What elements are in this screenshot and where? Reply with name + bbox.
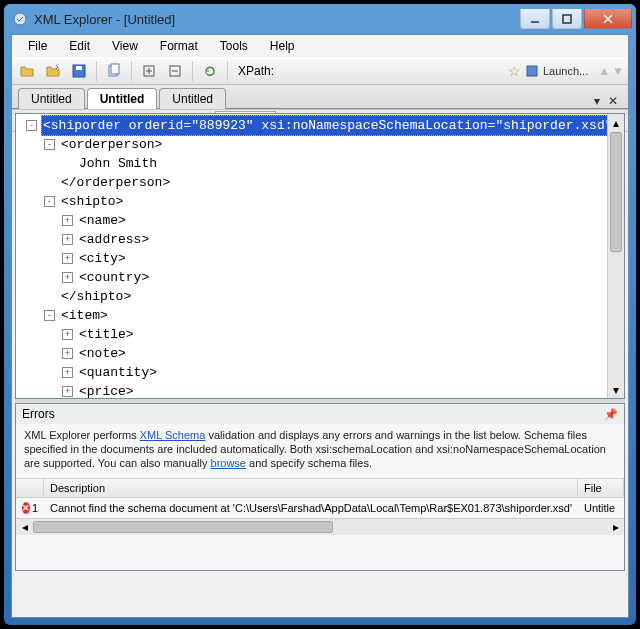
refresh-button[interactable]: [199, 60, 221, 82]
tree-node-text: <item>: [59, 306, 110, 325]
nav-up-icon[interactable]: ▲: [598, 64, 610, 78]
nav-down-icon[interactable]: ▼: [612, 64, 624, 78]
tree-node-text: <note>: [77, 344, 128, 363]
error-icon: ✕: [22, 502, 30, 514]
expand-icon[interactable]: +: [62, 329, 73, 340]
error-row[interactable]: ✕1 Cannot find the schema document at 'C…: [16, 498, 624, 518]
tree-node-text: <title>: [77, 325, 136, 344]
vertical-scrollbar[interactable]: ▴ ▾: [607, 114, 624, 398]
tree-row[interactable]: +<price>: [20, 382, 624, 398]
tree-row[interactable]: +<note>: [20, 344, 624, 363]
copy-button[interactable]: [103, 60, 125, 82]
tree-node-text: <address>: [77, 230, 151, 249]
tree-row[interactable]: +<quantity>: [20, 363, 624, 382]
save-button[interactable]: [68, 60, 90, 82]
menu-view[interactable]: View: [102, 37, 148, 55]
scrollbar-thumb[interactable]: [610, 132, 622, 252]
errors-panel: Errors 📌 XML Explorer performs XML Schem…: [15, 403, 625, 571]
tree-node-text: John Smith: [77, 154, 159, 173]
document-tabstrip: Untitled Untitled Untitled ▾ ✕: [12, 85, 628, 109]
tree-row[interactable]: +<title>: [20, 325, 624, 344]
errors-panel-title: Errors: [22, 407, 55, 421]
collapse-icon[interactable]: -: [44, 196, 55, 207]
svg-point-0: [14, 13, 26, 25]
browse-link[interactable]: browse: [211, 457, 246, 469]
tree-spacer: [62, 158, 73, 169]
expand-icon[interactable]: +: [62, 272, 73, 283]
error-file: Untitle: [578, 500, 624, 516]
open-recent-button[interactable]: [42, 60, 64, 82]
tree-row[interactable]: -<orderperson>: [20, 135, 624, 154]
tree-row[interactable]: -<shipto>: [20, 192, 624, 211]
column-description[interactable]: Description: [44, 479, 578, 497]
maximize-button[interactable]: [552, 9, 582, 29]
errors-column-headers[interactable]: Description File: [16, 479, 624, 498]
expand-icon[interactable]: +: [62, 234, 73, 245]
expand-button[interactable]: [138, 60, 160, 82]
tree-spacer: [44, 291, 55, 302]
collapse-button[interactable]: [164, 60, 186, 82]
xml-schema-link[interactable]: XML Schema: [140, 429, 206, 441]
close-button[interactable]: [584, 9, 632, 29]
tree-row[interactable]: +<city>: [20, 249, 624, 268]
menu-file[interactable]: File: [18, 37, 57, 55]
toolbar: XPath: ☆ Launch... ▲ ▼: [12, 57, 628, 85]
tab-untitled-0[interactable]: Untitled: [18, 88, 85, 109]
tree-node-text: </orderperson>: [59, 173, 172, 192]
scroll-down-icon[interactable]: ▾: [608, 381, 624, 398]
title-bar[interactable]: XML Explorer - [Untitled]: [4, 4, 636, 34]
hscrollbar-thumb[interactable]: [33, 521, 333, 533]
menu-help[interactable]: Help: [260, 37, 305, 55]
tree-row[interactable]: +<address>: [20, 230, 624, 249]
tab-untitled-1[interactable]: Untitled: [87, 88, 158, 109]
expand-icon[interactable]: +: [62, 215, 73, 226]
tree-row[interactable]: </shipto>: [20, 287, 624, 306]
menu-edit[interactable]: Edit: [59, 37, 100, 55]
menu-tools[interactable]: Tools: [210, 37, 258, 55]
tab-untitled-2[interactable]: Untitled: [159, 88, 226, 109]
pin-icon[interactable]: 📌: [604, 408, 618, 421]
tree-node-text: <shipto>: [59, 192, 125, 211]
tree-row[interactable]: +<country>: [20, 268, 624, 287]
horizontal-scrollbar[interactable]: ◂ ▸: [16, 518, 624, 535]
open-button[interactable]: [16, 60, 38, 82]
scroll-up-icon[interactable]: ▴: [608, 114, 624, 131]
collapse-icon[interactable]: -: [44, 139, 55, 150]
app-icon: [12, 11, 28, 27]
tree-row[interactable]: +<name>: [20, 211, 624, 230]
tab-close-icon[interactable]: ✕: [604, 94, 622, 108]
expand-icon[interactable]: +: [62, 348, 73, 359]
tree-spacer: [44, 177, 55, 188]
tree-row[interactable]: -<item>: [20, 306, 624, 325]
client-area: File Edit View Format Tools Help XPath: …: [11, 34, 629, 618]
scroll-right-icon[interactable]: ▸: [607, 519, 624, 536]
error-description: Cannot find the schema document at 'C:\U…: [44, 500, 578, 516]
tree-node-text: </shipto>: [59, 287, 133, 306]
tree-row[interactable]: </orderperson>: [20, 173, 624, 192]
tree-node-text: <city>: [77, 249, 128, 268]
tree-node-text: <country>: [77, 268, 151, 287]
collapse-icon[interactable]: -: [26, 120, 37, 131]
favorite-icon[interactable]: ☆: [508, 63, 521, 79]
svg-rect-2: [563, 15, 571, 23]
expand-icon[interactable]: +: [62, 386, 73, 397]
launch-button[interactable]: Launch...: [525, 64, 588, 78]
collapse-icon[interactable]: -: [44, 310, 55, 321]
window-title: XML Explorer - [Untitled]: [34, 12, 520, 27]
tree-row[interactable]: -<shiporder orderid="889923" xsi:noNames…: [20, 116, 624, 135]
menu-format[interactable]: Format: [150, 37, 208, 55]
scroll-left-icon[interactable]: ◂: [16, 519, 33, 536]
expand-icon[interactable]: +: [62, 367, 73, 378]
tree-row[interactable]: John Smith: [20, 154, 624, 173]
window-frame: XML Explorer - [Untitled] File Edit View…: [4, 4, 636, 625]
expand-icon[interactable]: +: [62, 253, 73, 264]
minimize-button[interactable]: [520, 9, 550, 29]
tab-menu-icon[interactable]: ▾: [590, 94, 604, 108]
column-file[interactable]: File: [578, 479, 624, 497]
tree-node-text: <name>: [77, 211, 128, 230]
tree-node-text: <price>: [77, 382, 136, 398]
menu-bar: File Edit View Format Tools Help: [12, 35, 628, 57]
xml-tree-view[interactable]: -<shiporder orderid="889923" xsi:noNames…: [15, 113, 625, 399]
svg-rect-6: [76, 66, 82, 70]
svg-rect-14: [527, 66, 537, 76]
